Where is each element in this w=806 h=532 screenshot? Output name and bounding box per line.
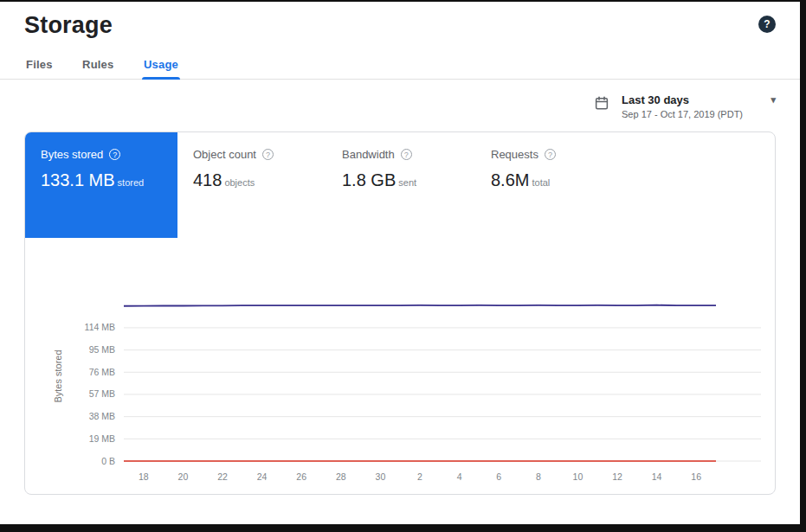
x-tick-label: 30 [376, 471, 386, 482]
date-range-selector[interactable]: Last 30 days ▾ Sep 17 - Oct 17, 2019 (PD… [594, 93, 776, 119]
x-tick-label: 4 [457, 471, 462, 482]
metric-value: 8.6M [491, 170, 529, 189]
metric-tile-bytes-stored[interactable]: Bytes stored ? 133.1 MBstored [25, 132, 177, 238]
tab-rules[interactable]: Rules [81, 53, 115, 79]
y-tick-label: 19 MB [89, 433, 115, 444]
y-axis-title: Bytes stored [53, 349, 63, 402]
app-window: Storage ? Files Rules Usage [0, 0, 806, 532]
metric-unit: total [532, 177, 550, 188]
page-title: Storage [24, 12, 113, 39]
x-tick-label: 24 [257, 471, 268, 482]
date-range-detail: Sep 17 - Oct 17, 2019 (PDT) [622, 109, 776, 119]
page-header: Storage ? [24, 2, 776, 39]
metric-unit: stored [118, 177, 145, 188]
toolbar: Last 30 days ▾ Sep 17 - Oct 17, 2019 (PD… [24, 80, 776, 131]
metrics-row: Bytes stored ? 133.1 MBstored Object cou… [25, 132, 775, 238]
x-tick-label: 22 [217, 471, 228, 482]
series-line-bytes-stored [124, 305, 716, 306]
y-tick-label: 0 B [101, 456, 115, 466]
x-tick-label: 8 [536, 471, 541, 482]
metric-tile-object-count[interactable]: Object count ? 418objects [177, 132, 326, 206]
help-button[interactable]: ? [758, 16, 776, 33]
tab-bar: Files Rules Usage [0, 53, 800, 80]
x-tick-label: 18 [139, 471, 149, 482]
bytes-stored-line-chart: Bytes stored0 B19 MB38 MB57 MB76 MB95 MB… [48, 278, 768, 487]
date-range-label: Last 30 days [622, 93, 689, 106]
metric-value: 1.8 GB [342, 170, 396, 189]
metric-tile-bandwidth[interactable]: Bandwidth ? 1.8 GBsent [326, 132, 475, 206]
metric-unit: objects [224, 177, 255, 188]
x-tick-label: 20 [178, 471, 189, 482]
storage-page: Storage ? Files Rules Usage [0, 2, 800, 524]
tab-files[interactable]: Files [24, 53, 55, 79]
y-tick-label: 95 MB [89, 344, 115, 355]
x-tick-label: 2 [417, 471, 422, 482]
calendar-icon [594, 95, 609, 111]
help-circle-icon: ? [545, 149, 556, 160]
y-tick-label: 76 MB [89, 367, 115, 377]
y-tick-label: 38 MB [89, 411, 115, 421]
y-tick-label: 57 MB [89, 388, 115, 399]
metric-label: Bytes stored [41, 148, 103, 161]
chevron-down-icon: ▾ [771, 94, 776, 106]
x-tick-label: 26 [296, 471, 306, 482]
x-tick-label: 16 [691, 471, 701, 482]
help-circle-icon: ? [262, 149, 274, 160]
usage-card: Bytes stored ? 133.1 MBstored Object cou… [24, 131, 776, 495]
metric-tile-requests[interactable]: Requests ? 8.6Mtotal [475, 132, 624, 206]
x-tick-label: 10 [573, 471, 584, 482]
x-tick-label: 28 [336, 471, 346, 482]
date-range-text: Last 30 days ▾ Sep 17 - Oct 17, 2019 (PD… [622, 93, 776, 119]
tab-usage[interactable]: Usage [142, 53, 180, 79]
y-tick-label: 114 MB [85, 322, 115, 332]
metric-label: Requests [491, 148, 538, 161]
x-tick-label: 6 [496, 471, 501, 482]
x-tick-label: 14 [652, 471, 662, 482]
metric-label: Object count [193, 148, 256, 161]
help-circle-icon: ? [401, 149, 412, 160]
metric-unit: sent [398, 177, 416, 188]
x-tick-label: 12 [612, 471, 622, 482]
metric-value: 133.1 MB [41, 170, 115, 189]
metric-value: 418 [193, 170, 222, 189]
help-circle-icon: ? [109, 149, 120, 160]
metric-label: Bandwidth [342, 148, 395, 161]
usage-chart: Bytes stored0 B19 MB38 MB57 MB76 MB95 MB… [25, 238, 775, 494]
